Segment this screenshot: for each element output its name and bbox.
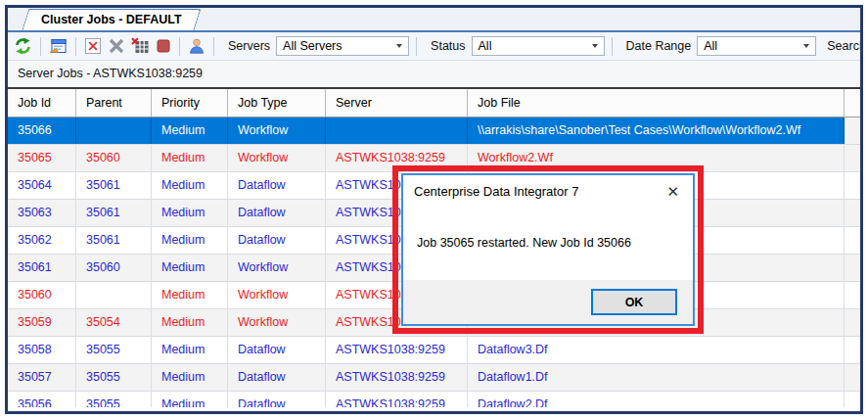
cell-job_file: Dataflow3.Df (468, 337, 845, 363)
job-properties-icon (49, 37, 68, 55)
cell-priority: Medium (152, 117, 228, 144)
date-range-label: Date Range (626, 39, 692, 53)
close-icon[interactable]: ✕ (666, 184, 679, 199)
servers-label: Servers (228, 39, 270, 53)
column-header[interactable]: Priority (152, 89, 228, 116)
tab-cluster-jobs[interactable]: Cluster Jobs - DEFAULT (25, 9, 198, 30)
remove-job-button[interactable] (83, 36, 103, 56)
table-row[interactable]: 3505835055MediumDataflowASTWKS1038:9259D… (8, 337, 860, 364)
cell-job_id: 35059 (8, 309, 76, 336)
column-header-filler (845, 89, 860, 116)
cell-job_file: Dataflow1.Df (468, 364, 845, 391)
cell-priority: Medium (152, 145, 228, 171)
jobs-grid-header: Job IdParentPriorityJob TypeServerJob Fi… (8, 87, 860, 117)
column-header[interactable]: Job File (468, 89, 845, 116)
cell-job_id: 35064 (8, 172, 76, 199)
refresh-button[interactable] (13, 36, 33, 56)
cell-job_type: Dataflow (228, 392, 326, 407)
column-header[interactable]: Server (326, 89, 468, 116)
stop-job-icon (156, 38, 171, 54)
table-row[interactable]: 35066MediumWorkflow\\arrakis\share\Sanob… (8, 117, 860, 145)
user-jobs-button[interactable] (187, 36, 206, 56)
cell-parent: 35061 (76, 227, 152, 254)
cell-filler (845, 145, 860, 171)
cell-filler (845, 227, 860, 254)
toolbar-separator (213, 37, 214, 56)
cell-priority: Medium (152, 392, 228, 407)
cell-filler (845, 282, 860, 308)
chevron-down-icon (592, 44, 598, 48)
cell-job_type: Dataflow (228, 337, 326, 363)
cell-parent: 35060 (76, 145, 152, 171)
cell-job_id: 35063 (8, 200, 76, 226)
column-header[interactable]: Parent (76, 89, 152, 116)
cell-parent (76, 282, 152, 308)
cell-filler (845, 337, 860, 363)
cell-filler (845, 172, 860, 199)
dialog-footer: OK (403, 280, 693, 324)
cell-job_id: 35057 (8, 364, 76, 391)
cell-filler (845, 364, 860, 391)
cell-job_type: Workflow (228, 255, 326, 281)
cell-filler (845, 200, 860, 226)
job-properties-button[interactable] (48, 36, 69, 56)
cell-job_file: \\arrakis\share\Sanober\Test Cases\Workf… (468, 117, 845, 144)
toolbar-separator (40, 37, 41, 56)
cancel-job-button[interactable] (107, 36, 126, 56)
delete-schedule-button[interactable] (130, 36, 151, 56)
toolbar-separator (612, 37, 613, 56)
cell-server: ASTWKS1038:9259 (326, 337, 468, 363)
cell-parent: 35055 (76, 392, 152, 407)
cell-priority: Medium (152, 172, 228, 199)
cell-job_type: Workflow (228, 145, 326, 171)
table-row[interactable]: 3505635055MediumDataflowASTWKS1038:9259D… (8, 392, 860, 407)
servers-dropdown-value: All Servers (283, 39, 342, 53)
chevron-down-icon (803, 44, 809, 48)
cell-parent: 35055 (76, 364, 152, 391)
delete-schedule-icon (131, 37, 150, 55)
cell-parent: 35055 (76, 337, 152, 363)
stop-job-button[interactable] (155, 37, 172, 55)
search-label: Search (827, 39, 860, 53)
cell-parent: 35060 (76, 255, 152, 281)
cell-parent: 35054 (76, 309, 152, 336)
tab-label: Cluster Jobs - DEFAULT (41, 13, 182, 26)
cancel-job-icon (108, 37, 125, 55)
cell-filler (845, 255, 860, 281)
dialog-titlebar: Centerprise Data Integrator 7 ✕ (403, 175, 693, 205)
screenshot-canvas: Cluster Jobs - DEFAULT (0, 0, 868, 419)
annotation-highlight: Centerprise Data Integrator 7 ✕ Job 3506… (392, 165, 704, 334)
tab-bar: Cluster Jobs - DEFAULT (8, 8, 860, 32)
table-row[interactable]: 3505735055MediumDataflowASTWKS1038:9259D… (8, 364, 860, 392)
cell-filler (845, 309, 860, 336)
refresh-icon (14, 37, 32, 55)
column-header[interactable]: Job Type (228, 89, 326, 116)
cell-server: ASTWKS1038:9259 (326, 392, 468, 407)
ok-button[interactable]: OK (591, 289, 677, 315)
cell-priority: Medium (152, 364, 228, 391)
cell-job_id: 35062 (8, 227, 76, 254)
cell-job_type: Dataflow (228, 364, 326, 391)
server-jobs-status-text: Server Jobs - ASTWKS1038:9259 (18, 67, 203, 80)
cell-job_id: 35056 (8, 392, 76, 407)
cell-priority: Medium (152, 337, 228, 363)
cell-job_type: Workflow (228, 309, 326, 336)
status-dropdown-value: All (479, 39, 492, 53)
server-jobs-statusbar: Server Jobs - ASTWKS1038:9259 (8, 61, 860, 87)
cell-priority: Medium (152, 255, 228, 281)
dialog-body: Job 35065 restarted. New Job Id 35066 (403, 205, 693, 280)
cell-filler (845, 392, 860, 407)
cell-priority: Medium (152, 227, 228, 254)
cell-parent (76, 117, 152, 144)
user-icon (188, 37, 206, 55)
column-header[interactable]: Job Id (8, 89, 76, 116)
toolbar-separator (75, 37, 76, 56)
date-range-dropdown[interactable]: All (697, 36, 816, 56)
status-dropdown[interactable]: All (472, 36, 605, 56)
servers-dropdown[interactable]: All Servers (276, 36, 409, 56)
remove-job-icon (84, 37, 102, 55)
date-range-dropdown-value: All (704, 39, 717, 53)
cell-parent: 35061 (76, 200, 152, 226)
cell-job_id: 35065 (8, 145, 76, 171)
cell-server (326, 117, 468, 144)
